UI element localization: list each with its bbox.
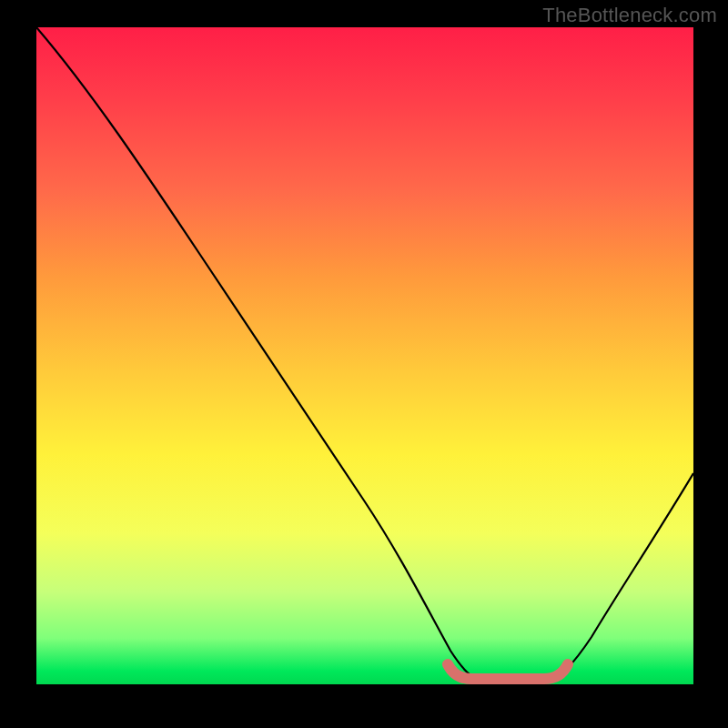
watermark-text: TheBottleneck.com bbox=[542, 4, 717, 27]
bottleneck-curve bbox=[36, 27, 693, 681]
curve-svg bbox=[36, 27, 693, 684]
chart-frame: TheBottleneck.com bbox=[0, 0, 728, 728]
plot-area bbox=[36, 27, 693, 684]
